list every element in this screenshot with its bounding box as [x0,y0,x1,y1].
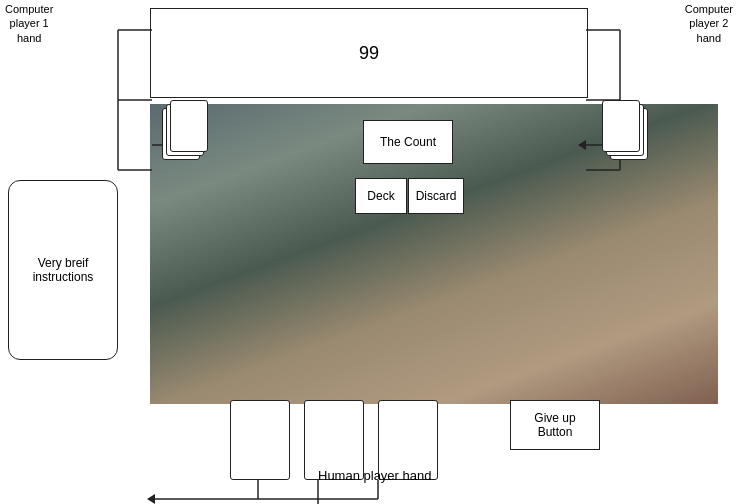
discard-label: Discard [416,189,457,203]
instructions-box: Very breif instructions [8,180,118,360]
deck-label: Deck [367,189,394,203]
score-value: 99 [359,43,379,64]
deck-box[interactable]: Deck [355,178,407,214]
svg-marker-19 [147,494,155,504]
score-box: 99 [150,8,588,98]
count-box: The Count [363,120,453,164]
human-card-1[interactable] [230,400,290,480]
instructions-text: Very breif instructions [17,256,109,284]
give-up-label: Give upButton [534,411,575,439]
cp2-card-3 [602,100,640,152]
cp1-hand-label: Computerplayer 1hand [5,2,53,45]
give-up-button[interactable]: Give upButton [510,400,600,450]
discard-box[interactable]: Discard [408,178,464,214]
cp1-card-3 [170,100,208,152]
count-label: The Count [380,135,436,149]
cp2-hand-label: Computerplayer 2hand [685,2,733,45]
human-hand-label: Human player hand [318,468,431,483]
